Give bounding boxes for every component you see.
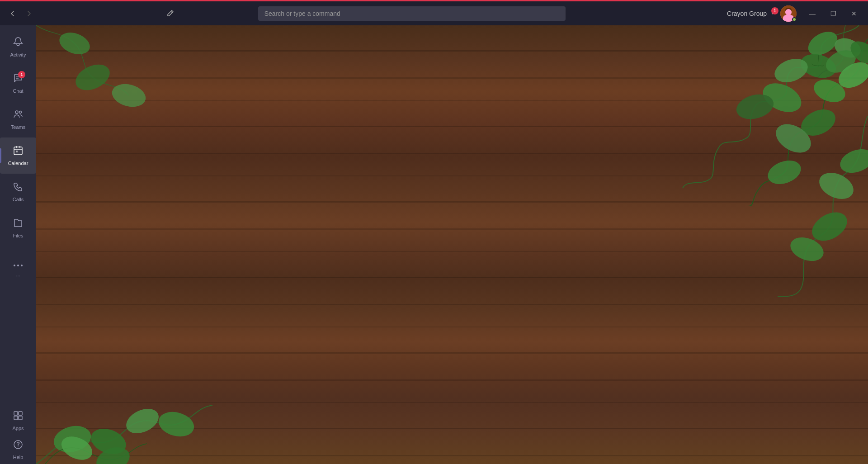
sidebar-item-files[interactable]: Files [0, 210, 36, 246]
nav-back-button[interactable] [5, 6, 20, 21]
teams-icon [13, 109, 24, 123]
background-image [36, 25, 868, 464]
sidebar-item-apps[interactable]: Apps [0, 406, 36, 435]
maximize-button[interactable]: ❐ [823, 1, 844, 26]
search-bar[interactable] [258, 6, 566, 21]
svg-point-48 [71, 59, 114, 95]
svg-point-9 [19, 111, 22, 114]
help-label: Help [13, 455, 24, 460]
apps-icon [13, 410, 24, 424]
sidebar-item-teams[interactable]: Teams [0, 101, 36, 137]
help-icon [13, 439, 24, 453]
svg-point-32 [834, 57, 868, 93]
svg-point-46 [787, 233, 827, 265]
svg-point-8 [15, 111, 18, 114]
close-button[interactable]: ✕ [844, 1, 864, 26]
sidebar-item-calendar[interactable]: Calendar [0, 137, 36, 174]
activity-icon [13, 37, 24, 50]
svg-point-16 [17, 265, 19, 266]
svg-point-25 [798, 50, 839, 81]
chat-label: Chat [13, 88, 23, 94]
files-label: Files [13, 233, 23, 238]
more-icon [13, 258, 24, 270]
svg-point-26 [771, 54, 811, 86]
svg-point-31 [846, 37, 868, 68]
sidebar-item-calls[interactable]: Calls [0, 174, 36, 210]
svg-point-30 [822, 46, 859, 77]
svg-point-40 [156, 408, 197, 440]
nav-forward-button[interactable] [22, 6, 36, 21]
calendar-label: Calendar [8, 161, 28, 166]
svg-point-42 [93, 443, 133, 464]
apps-label: Apps [12, 426, 24, 431]
activity-label: Activity [10, 52, 26, 57]
svg-point-49 [109, 80, 148, 110]
svg-point-35 [771, 118, 816, 159]
svg-point-36 [764, 156, 804, 188]
window-controls: — ❐ ✕ [802, 1, 864, 26]
search-input[interactable] [264, 10, 559, 17]
svg-point-27 [758, 78, 806, 118]
ivy-bottom-left [36, 351, 217, 464]
avatar-status-indicator [792, 17, 797, 22]
org-selector[interactable]: Crayon Group 1 [727, 10, 775, 17]
svg-point-17 [21, 265, 23, 266]
svg-point-33 [811, 76, 848, 106]
svg-rect-10 [14, 147, 22, 155]
calls-icon [13, 181, 24, 195]
ivy-top-left [36, 25, 240, 161]
org-name[interactable]: Crayon Group [727, 10, 775, 17]
sidebar-item-help[interactable]: Help [0, 435, 36, 464]
svg-point-24 [804, 27, 842, 60]
svg-point-4 [787, 11, 788, 12]
svg-point-23 [18, 446, 19, 447]
svg-rect-21 [19, 416, 22, 420]
sidebar-item-activity[interactable]: Activity [0, 29, 36, 65]
svg-rect-20 [14, 416, 18, 420]
svg-point-47 [57, 28, 93, 58]
chat-badge: 1 [18, 71, 25, 78]
svg-point-41 [58, 432, 96, 464]
chat-icon: 1 [13, 73, 24, 86]
svg-point-37 [51, 422, 94, 456]
minimize-button[interactable]: — [802, 1, 823, 26]
svg-point-43 [837, 145, 868, 177]
ivy-top-right [597, 25, 868, 206]
titlebar: Crayon Group 1 [0, 0, 868, 25]
svg-point-1 [785, 9, 792, 15]
more-label: ... [16, 272, 20, 277]
ivy-right-mid [778, 116, 868, 297]
svg-point-44 [815, 168, 858, 204]
svg-rect-18 [14, 412, 18, 415]
svg-point-3 [785, 8, 792, 12]
sidebar-item-more[interactable]: ... [0, 250, 36, 286]
teams-label: Teams [11, 124, 25, 130]
svg-point-15 [14, 265, 15, 266]
calls-label: Calls [13, 197, 24, 202]
svg-point-29 [832, 35, 863, 61]
files-icon [13, 218, 24, 231]
svg-point-45 [807, 207, 852, 247]
svg-rect-14 [16, 151, 18, 152]
calendar-icon [13, 145, 24, 159]
sidebar: Activity 1 Chat Teams [0, 25, 36, 464]
svg-point-39 [122, 404, 162, 438]
titlebar-right: Crayon Group 1 [727, 1, 868, 26]
avatar-container[interactable] [780, 5, 797, 22]
svg-point-5 [789, 11, 790, 12]
svg-point-34 [797, 104, 840, 141]
svg-point-28 [734, 90, 777, 123]
sidebar-item-chat[interactable]: 1 Chat [0, 65, 36, 101]
main-content [36, 25, 868, 464]
svg-point-38 [88, 424, 130, 459]
org-notification-badge: 1 [771, 7, 778, 14]
svg-rect-19 [19, 412, 22, 415]
compose-button[interactable] [163, 6, 177, 21]
